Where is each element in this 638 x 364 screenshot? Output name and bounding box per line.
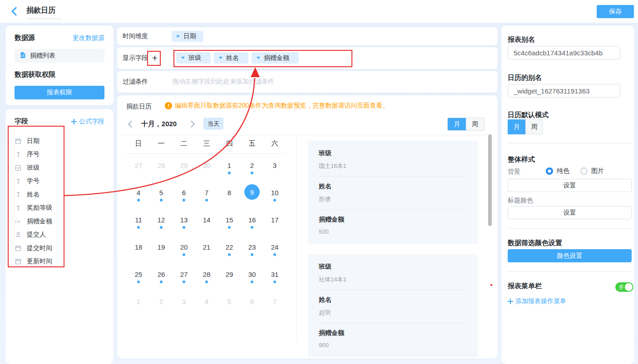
title-color-set-button[interactable]: 设置 — [508, 206, 632, 219]
field-item[interactable]: 日期 — [15, 134, 104, 148]
calendar-day-cell[interactable]: 14 — [195, 213, 218, 241]
calendar-day-cell[interactable]: 27 — [127, 159, 150, 186]
add-formula-field-link[interactable]: 公式字段 — [71, 118, 104, 126]
calendar-day-cell[interactable]: 16 — [241, 213, 263, 241]
calendar-day-cell[interactable]: 1 — [127, 295, 150, 322]
calendar-day-cell[interactable]: 3 — [263, 159, 286, 186]
calendar-day-cell[interactable]: 28 — [195, 268, 218, 295]
calendar-day-cell[interactable]: 7 — [263, 295, 286, 322]
calendar-day-cell[interactable]: 12 — [150, 213, 173, 241]
calendar-day-cell[interactable]: 29 — [173, 159, 195, 186]
default-mode-toggle: 月 周 — [508, 119, 543, 134]
caret-down-icon — [176, 35, 180, 39]
calendar-day-cell[interactable]: 8 — [218, 186, 241, 213]
calendar-day-cell[interactable]: 21 — [195, 241, 218, 268]
calendar-day-cell[interactable]: 6 — [173, 186, 195, 213]
vertical-divider — [296, 137, 297, 340]
day-number: 24 — [270, 242, 279, 251]
bg-set-button[interactable]: 设置 — [508, 179, 632, 192]
calendar-day-cell[interactable]: 23 — [241, 241, 263, 268]
display-field-tag[interactable]: 捐赠金额 — [252, 52, 299, 64]
change-datasource-link[interactable]: 更改数据源 — [73, 34, 104, 42]
calendar-day-cell[interactable]: 24 — [263, 241, 286, 268]
calendar-day-cell[interactable]: 2 — [150, 295, 173, 322]
calendar-day-cell[interactable]: 2 — [241, 159, 263, 186]
default-month-button[interactable]: 月 — [508, 119, 525, 134]
calendar-day-cell[interactable]: 9 — [241, 186, 263, 213]
back-icon[interactable] — [11, 7, 20, 16]
field-item[interactable]: 奖励等级 — [15, 202, 104, 215]
filter-dropzone[interactable]: 拖动左侧字段到此处来添加过滤条件 — [173, 78, 274, 86]
color-set-button[interactable]: 颜色设置 — [508, 249, 632, 262]
event-dot-icon — [160, 280, 163, 283]
record-card[interactable]: 班级社体14本1姓名赵琪捐赠金额900 — [308, 254, 478, 357]
bg-solid-option[interactable]: 纯色 — [546, 167, 569, 175]
calendar-day-cell[interactable]: 11 — [127, 213, 150, 241]
time-dimension-tag[interactable]: 日期 — [172, 31, 203, 42]
record-card[interactable]: 班级国土16本1姓名苏倩捐赠金额500 — [308, 141, 478, 244]
field-label: 更新时间 — [27, 257, 52, 266]
field-label: 奖励等级 — [27, 204, 52, 212]
field-item[interactable]: 姓名 — [15, 188, 104, 202]
calendar-day-cell[interactable]: 27 — [173, 268, 195, 295]
report-alias-input[interactable] — [508, 46, 620, 59]
month-label: 十月，2020 — [136, 120, 182, 128]
calendar-day-cell[interactable]: 1 — [218, 159, 241, 186]
save-button[interactable]: 保存 — [597, 5, 634, 18]
field-item[interactable]: 提交人 — [15, 228, 104, 242]
calendar-day-cell[interactable]: 13 — [173, 213, 195, 241]
report-permission-button[interactable]: 报表权限 — [15, 86, 104, 99]
time-dimension-label: 时间维度 — [123, 32, 148, 40]
add-display-field-button[interactable]: + — [149, 53, 160, 64]
calendar-day-cell[interactable]: 7 — [195, 186, 218, 213]
radio-selected-icon[interactable] — [546, 167, 553, 175]
calendar-day-cell[interactable]: 4 — [127, 186, 150, 213]
calendar-day-cell[interactable]: 5 — [218, 295, 241, 322]
calendar-day-cell[interactable]: 20 — [173, 241, 195, 268]
calendar-day-cell[interactable]: 30 — [195, 159, 218, 186]
menu-bar-toggle[interactable]: 开 — [615, 282, 633, 292]
display-field-tag[interactable]: 姓名 — [214, 52, 248, 64]
radio-unselected-icon[interactable] — [580, 167, 588, 175]
field-item[interactable]: 学号 — [15, 175, 104, 188]
calendar-day-cell[interactable]: 15 — [218, 213, 241, 241]
filter-row: 过滤条件 拖动左侧字段到此处来添加过滤条件 — [117, 71, 498, 93]
today-button[interactable]: 当天 — [203, 118, 223, 130]
preview-notice: ! 编辑界面只取数据源前200条作为查询数据预览，完整数据请访问页面查看。 — [165, 102, 389, 110]
field-item[interactable]: 更新时间 — [15, 255, 104, 269]
field-item[interactable]: 提交时间 — [15, 241, 104, 255]
calendar-day-cell[interactable]: 6 — [241, 295, 263, 322]
calendar-day-cell[interactable]: 29 — [218, 268, 241, 295]
record-field-label: 班级 — [319, 263, 467, 271]
view-week-button[interactable]: 周 — [466, 118, 484, 130]
calendar-day-cell[interactable]: 19 — [150, 241, 173, 268]
calendar-day-cell[interactable]: 30 — [241, 268, 263, 295]
field-item[interactable]: 班级 — [15, 161, 104, 175]
default-week-button[interactable]: 周 — [525, 119, 543, 134]
view-month-button[interactable]: 月 — [448, 118, 466, 130]
display-field-tag[interactable]: 班级 — [176, 52, 211, 64]
next-month-icon[interactable] — [188, 121, 195, 128]
calendar-day-cell[interactable]: 3 — [173, 295, 195, 322]
calendar-day-cell[interactable]: 5 — [150, 186, 173, 213]
calendar-day-cell[interactable]: 28 — [150, 159, 173, 186]
field-item[interactable]: 123捐赠金额 — [15, 215, 104, 228]
calendar-preview-panel: 捐款日历 ! 编辑界面只取数据源前200条作为查询数据预览，完整数据请访问页面查… — [117, 95, 498, 359]
add-report-menu-link[interactable]: 添加报表操作菜单 — [508, 297, 566, 305]
day-number: 18 — [134, 242, 143, 251]
prev-month-icon[interactable] — [128, 121, 135, 128]
calendar-day-cell[interactable]: 25 — [127, 268, 150, 295]
datasource-item[interactable]: 捐赠列表 — [15, 49, 104, 63]
event-dot-icon — [160, 199, 163, 202]
scrollbar-thumb[interactable] — [488, 134, 492, 226]
calendar-day-cell[interactable]: 10 — [263, 186, 286, 213]
calendar-day-cell[interactable]: 31 — [263, 268, 286, 295]
calendar-day-cell[interactable]: 17 — [263, 213, 286, 241]
calendar-day-cell[interactable]: 18 — [127, 241, 150, 268]
calendar-alias-input[interactable] — [508, 84, 620, 98]
calendar-day-cell[interactable]: 22 — [218, 241, 241, 268]
calendar-day-cell[interactable]: 26 — [150, 268, 173, 295]
field-item[interactable]: 序号 — [15, 148, 104, 162]
calendar-day-cell[interactable]: 4 — [195, 295, 218, 322]
bg-image-option[interactable]: 图片 — [580, 167, 604, 175]
